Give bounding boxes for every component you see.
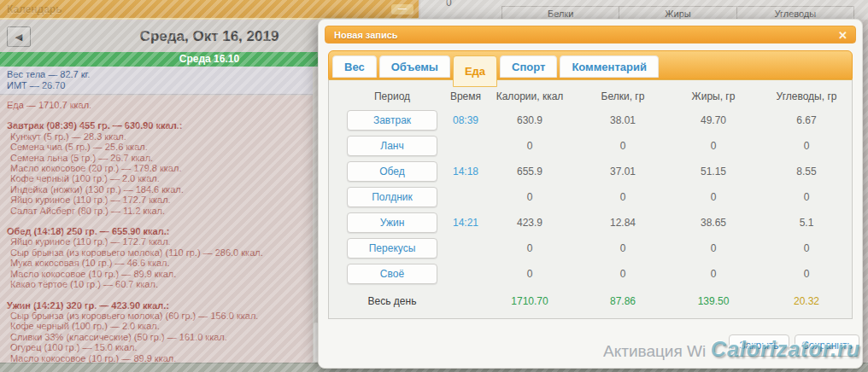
carbs-value: 0 (758, 140, 855, 152)
protein-value: 38.01 (577, 114, 669, 126)
close-icon[interactable]: ✕ (838, 29, 847, 42)
total-calories: 1710.70 (483, 295, 577, 307)
period-button-breakfast[interactable]: Завтрак (347, 110, 437, 131)
calories-value: 0 (483, 191, 577, 203)
total-label: Весь день (336, 295, 449, 307)
fat-value: 0 (669, 242, 758, 254)
table-row: Ужин 14:21 423.9 12.84 38.65 5.1 (336, 210, 852, 235)
dialog-title-bar: Новая запись ✕ (325, 26, 856, 44)
fat-value: 38.65 (669, 217, 758, 229)
fat-value: 0 (669, 140, 758, 152)
minimize-button[interactable]: — (391, 4, 413, 15)
total-carbs: 20.32 (758, 295, 855, 307)
time-link[interactable]: 08:39 (449, 114, 483, 126)
protein-value: 37.01 (577, 166, 669, 177)
dialog-title: Новая запись (334, 30, 398, 40)
macros-col-fat: Жиры (619, 7, 736, 20)
col-protein: Белки, гр (577, 90, 669, 102)
carbs-value: 0 (758, 191, 855, 203)
protein-value: 12.84 (577, 217, 669, 229)
calories-value: 0 (483, 140, 577, 152)
protein-value: 0 (577, 191, 669, 203)
calories-value: 0 (483, 242, 577, 254)
calendar-title: Календарь (7, 3, 62, 15)
macros-columns: Белки Жиры Углеводы (501, 6, 854, 20)
table-total-row: Весь день 1710.70 87.86 139.50 20.32 (336, 288, 852, 314)
calorizator-watermark: Calorizator.ru (711, 337, 860, 362)
carbs-value: 8.55 (758, 166, 855, 177)
windows-activation-watermark: Активация Wi (603, 342, 706, 361)
period-button-supper[interactable]: Ужин (347, 212, 437, 233)
col-carbs: Углеводы, гр (758, 90, 855, 102)
calories-value: 655.9 (483, 166, 577, 177)
time-link[interactable]: 14:21 (449, 217, 483, 229)
tab-food[interactable]: Еда (453, 55, 497, 87)
table-row: Перекусы 0 0 0 0 (336, 235, 852, 261)
table-row: Своё 0 0 0 0 (336, 261, 852, 287)
protein-value: 0 (577, 268, 669, 280)
carbs-value: 5.1 (758, 217, 855, 229)
period-button-lunch2[interactable]: Ланч (347, 136, 437, 156)
table-row: Полдник 0 0 0 0 (336, 184, 852, 210)
calendar-header-bar: Календарь — (0, 0, 419, 20)
period-button-dinner[interactable]: Обед (347, 161, 437, 182)
new-entry-dialog: Новая запись ✕ Вес Объемы Еда Спорт Комм… (318, 19, 863, 369)
period-button-custom[interactable]: Своё (347, 264, 437, 284)
table-row: Ланч 0 0 0 0 (336, 133, 852, 159)
col-calories: Калории, ккал (483, 90, 577, 102)
tab-sport[interactable]: Спорт (500, 55, 557, 78)
table-row: Завтрак 08:39 630.9 38.01 49.70 6.67 (336, 108, 852, 133)
time-link[interactable]: 14:18 (449, 166, 483, 177)
fat-value: 51.15 (669, 166, 758, 177)
tab-weight[interactable]: Вес (332, 55, 377, 78)
tab-comment[interactable]: Комментарий (560, 55, 659, 78)
total-protein: 87.86 (577, 295, 669, 307)
period-button-snacks[interactable]: Перекусы (347, 238, 437, 259)
dialog-tab-bar: Вес Объемы Еда Спорт Комментарий (328, 50, 853, 79)
fat-value: 0 (669, 268, 758, 280)
carbs-value: 6.67 (758, 114, 855, 126)
macros-header-strip: 0 Белки Жиры Углеводы (420, 0, 868, 20)
calories-value: 630.9 (483, 114, 577, 126)
fat-value: 0 (669, 191, 758, 203)
col-time: Время (449, 90, 483, 102)
food-tab-panel: Период Время Калории, ккал Белки, гр Жир… (328, 79, 853, 319)
protein-value: 0 (577, 242, 669, 254)
period-button-snack-afternoon[interactable]: Полдник (347, 187, 437, 207)
table-header-row: Период Время Калории, ккал Белки, гр Жир… (336, 85, 852, 108)
protein-value: 0 (577, 140, 669, 152)
tab-volumes[interactable]: Объемы (379, 55, 450, 78)
carbs-value: 0 (758, 242, 855, 254)
carbs-value: 0 (758, 268, 855, 280)
macros-col-protein: Белки (501, 7, 619, 20)
macros-zero-value: 0 (446, 0, 452, 9)
calories-value: 0 (483, 268, 577, 280)
table-row: Обед 14:18 655.9 37.01 51.15 8.55 (336, 159, 852, 184)
col-fat: Жиры, гр (669, 90, 758, 102)
macros-col-carbs: Углеводы (736, 7, 854, 20)
calories-value: 423.9 (483, 217, 577, 229)
app-window: Календарь — 0 Белки Жиры Углеводы ◀ Сред… (0, 0, 868, 372)
total-fat: 139.50 (669, 295, 758, 307)
fat-value: 49.70 (669, 114, 758, 126)
col-period: Период (336, 90, 449, 102)
